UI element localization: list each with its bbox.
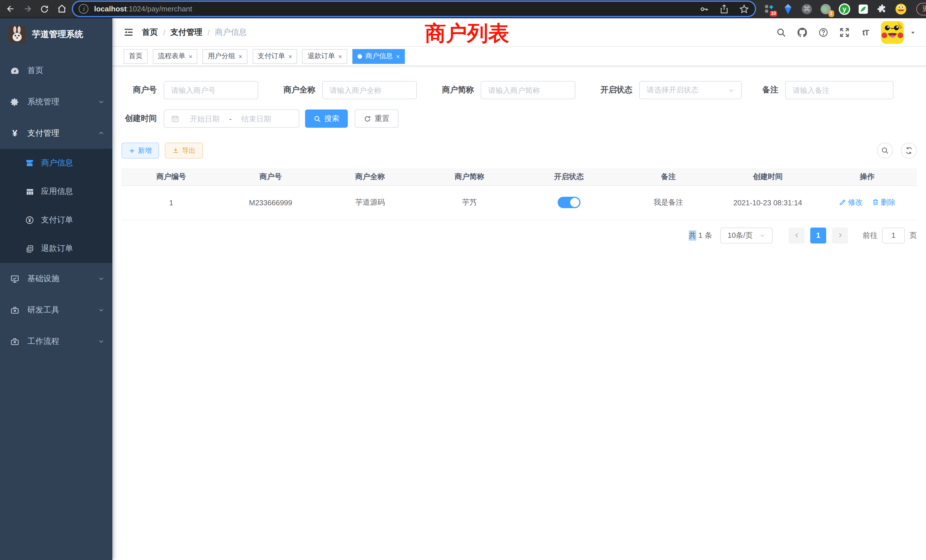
avatar[interactable] xyxy=(881,21,904,44)
app-logo xyxy=(9,26,26,43)
prev-page-button[interactable] xyxy=(788,227,805,243)
extension-puzzle-icon[interactable] xyxy=(876,3,888,15)
sidebar-item-pay-order[interactable]: 支付订单 xyxy=(0,206,112,235)
extension-command-icon[interactable]: ⌘ xyxy=(800,3,813,15)
close-icon[interactable]: × xyxy=(289,53,292,60)
tag-merchant-info[interactable]: 商户信息× xyxy=(353,49,405,64)
back-icon[interactable] xyxy=(3,2,17,16)
extension-gem-icon[interactable] xyxy=(782,3,794,15)
site-info-icon[interactable]: i xyxy=(79,4,88,14)
browser-update-button[interactable]: 更新 xyxy=(916,3,926,15)
sidebar-item-merchant-info[interactable]: 商户信息 xyxy=(0,149,112,177)
tag-user-group[interactable]: 用户分组× xyxy=(203,49,247,64)
close-icon[interactable]: × xyxy=(338,53,342,60)
status-label: 开启状态 xyxy=(589,85,632,95)
help-icon[interactable] xyxy=(818,27,829,38)
export-button[interactable]: 导出 xyxy=(165,142,203,159)
create-time-range-input[interactable]: - xyxy=(163,109,300,128)
table-toolbar: 新增 导出 xyxy=(121,142,917,159)
column-header: 操作 xyxy=(817,168,917,185)
close-icon[interactable]: × xyxy=(189,53,192,60)
main-area: 首页 / 支付管理 / 商户信息 商户列表 tT xyxy=(112,18,926,560)
yen-circle-icon xyxy=(25,216,34,225)
edit-button[interactable]: 修改 xyxy=(839,197,863,207)
chevron-up-icon xyxy=(98,130,104,136)
tag-process-form[interactable]: 流程表单× xyxy=(153,49,198,64)
page-size-select[interactable]: 10条/页 xyxy=(720,227,773,243)
remark-label: 备注 xyxy=(755,85,778,95)
sidebar-item-app-info[interactable]: 应用信息 xyxy=(0,177,112,206)
extension-recorder-icon[interactable]: 1 xyxy=(819,3,832,15)
extension-notes-icon[interactable] xyxy=(857,3,870,15)
logo-row[interactable]: 芋道管理系统 xyxy=(0,18,112,50)
search-icon[interactable] xyxy=(775,27,787,38)
tag-pay-order[interactable]: 支付订单× xyxy=(253,49,297,64)
extension-emoji-icon[interactable] xyxy=(895,3,907,15)
fullscreen-icon[interactable] xyxy=(839,27,850,38)
sidebar-item-home[interactable]: 首页 xyxy=(0,55,112,86)
avatar-caret-icon[interactable] xyxy=(910,29,916,35)
sidebar-menu: 首页 系统管理 ¥ 支付管理 商户信息 xyxy=(0,55,112,357)
calendar-icon xyxy=(171,115,179,123)
collapse-sidebar-icon[interactable] xyxy=(123,27,134,38)
reset-button[interactable]: 重置 xyxy=(355,109,399,128)
start-date-input[interactable] xyxy=(183,114,227,123)
extension-y-icon[interactable]: y xyxy=(838,3,851,15)
cell-create-time: 2021-10-23 08:31:14 xyxy=(718,185,818,219)
extension-tabs-icon[interactable]: 10 xyxy=(763,3,775,15)
remark-input[interactable] xyxy=(785,81,894,99)
goto-page-input[interactable] xyxy=(882,227,905,243)
url-text[interactable]: localhost:1024/pay/merchant xyxy=(94,5,699,13)
sidebar-item-workflow[interactable]: 工作流程 xyxy=(0,325,112,357)
status-select[interactable]: 请选择开启状态 xyxy=(639,81,742,99)
close-icon[interactable]: × xyxy=(239,53,242,60)
date-separator: - xyxy=(229,114,232,123)
close-icon[interactable]: × xyxy=(396,53,400,60)
column-header: 商户简称 xyxy=(420,168,519,185)
sidebar-item-label: 应用信息 xyxy=(41,186,104,197)
full-name-input[interactable] xyxy=(322,81,417,99)
breadcrumb-payment[interactable]: 支付管理 xyxy=(171,27,203,37)
url-host: localhost xyxy=(94,5,127,13)
goto-page: 前往 页 xyxy=(863,227,917,243)
app-title: 芋道管理系统 xyxy=(32,29,83,39)
share-icon[interactable] xyxy=(720,4,729,14)
sidebar-item-payment[interactable]: ¥ 支付管理 xyxy=(0,118,112,149)
extensions-row: 10 ⌘ 1 y xyxy=(763,3,907,15)
cell-remark: 我是备注 xyxy=(619,185,718,219)
breadcrumb-home[interactable]: 首页 xyxy=(142,27,158,37)
next-page-button[interactable] xyxy=(832,227,848,243)
address-bar[interactable]: i localhost:1024/pay/merchant xyxy=(73,2,755,16)
add-button[interactable]: 新增 xyxy=(121,142,159,159)
sidebar-item-refund-order[interactable]: 退款订单 xyxy=(0,235,112,263)
merchant-no-input[interactable] xyxy=(163,81,258,99)
end-date-input[interactable] xyxy=(234,114,278,123)
tag-refund-order[interactable]: 退款订单× xyxy=(303,49,347,64)
forward-icon[interactable] xyxy=(21,2,34,16)
show-search-toggle-button[interactable] xyxy=(877,142,893,159)
tag-home[interactable]: 首页 xyxy=(124,49,148,64)
bookmark-star-icon[interactable] xyxy=(739,4,749,14)
home-icon[interactable] xyxy=(55,2,68,16)
chevron-down-icon xyxy=(98,275,104,282)
reload-icon[interactable] xyxy=(38,2,51,16)
page-number-1[interactable]: 1 xyxy=(810,227,826,243)
column-header: 创建时间 xyxy=(718,168,818,185)
font-size-icon[interactable]: tT xyxy=(860,27,871,38)
sidebar-item-dev-tools[interactable]: 研发工具 xyxy=(0,294,112,325)
short-name-input[interactable] xyxy=(481,81,575,99)
github-icon[interactable] xyxy=(797,27,808,38)
refresh-button[interactable] xyxy=(901,142,917,159)
sidebar-item-infrastructure[interactable]: 基础设施 xyxy=(0,263,112,294)
total-count: 共1条 xyxy=(689,230,712,241)
briefcase-icon xyxy=(10,337,20,346)
search-button[interactable]: 搜索 xyxy=(305,109,348,128)
chevron-down-icon xyxy=(760,232,765,238)
status-toggle[interactable] xyxy=(557,197,580,208)
chevron-down-icon xyxy=(728,87,734,93)
password-key-icon[interactable] xyxy=(699,4,709,14)
active-dot xyxy=(357,54,362,59)
column-header: 备注 xyxy=(619,168,718,185)
delete-button[interactable]: 删除 xyxy=(872,197,896,207)
sidebar-item-system[interactable]: 系统管理 xyxy=(0,86,112,118)
